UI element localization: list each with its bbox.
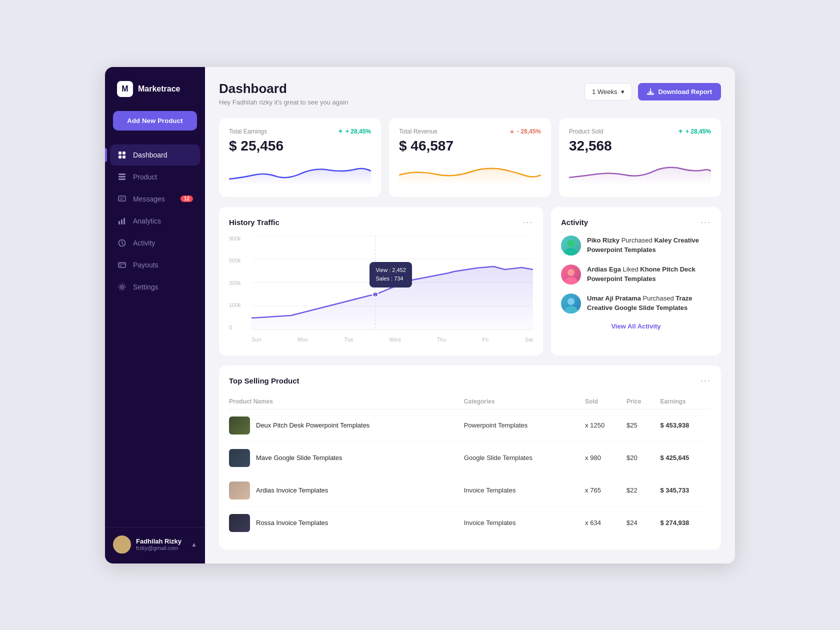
main-content: Dashboard Hey Fadhilah rizky it's great … xyxy=(205,67,735,564)
svg-point-29 xyxy=(564,306,578,314)
product-name: Rossa Invoice Templates xyxy=(256,519,328,526)
product-price: $25 xyxy=(620,409,654,442)
table-row: Ardias Invoice Templates Invoice Templat… xyxy=(229,474,711,506)
col-price: Price xyxy=(620,394,654,410)
stat-card-revenue: Total Revenue - 28,45% $ 46,587 xyxy=(389,118,551,197)
col-sold: Sold xyxy=(579,394,620,410)
chart-menu-button[interactable]: ··· xyxy=(522,217,533,228)
revenue-value: $ 46,587 xyxy=(399,138,541,154)
avatar xyxy=(561,236,581,256)
product-price: $22 xyxy=(620,474,654,506)
product-name: Ardias Invoice Templates xyxy=(256,486,328,494)
sidebar-nav: Dashboard Product xyxy=(105,144,205,523)
col-earnings: Earnings xyxy=(654,394,711,410)
svg-rect-6 xyxy=(118,178,126,180)
middle-section: History Traffic ··· 900k 500k 300k 100k … xyxy=(219,207,721,356)
table-row: Mave Google Slide Templates Google Slide… xyxy=(229,442,711,474)
week-filter-dropdown[interactable]: 1 Weeks ▾ xyxy=(584,83,632,100)
stat-card-sold: Product Sold + 28,45% 32,568 xyxy=(559,118,721,197)
chart-y-labels: 900k 500k 300k 100k 0 xyxy=(229,236,249,330)
earnings-value: $ 25,456 xyxy=(229,138,371,154)
user-info: Fadhilah Rizky frzky@gmail.com xyxy=(136,538,186,551)
product-price: $24 xyxy=(620,506,654,539)
product-table: Product Names Categories Sold Price Earn… xyxy=(229,394,711,540)
dashboard-label: Dashboard xyxy=(133,151,168,159)
activity-menu-button[interactable]: ··· xyxy=(700,217,711,228)
product-sold: x 1250 xyxy=(579,409,620,442)
analytics-label: Analytics xyxy=(133,217,161,225)
messages-icon xyxy=(117,194,127,204)
user-name: Fadhilah Rizky xyxy=(136,538,186,545)
svg-rect-7 xyxy=(118,196,126,201)
col-categories: Categories xyxy=(458,394,579,410)
table-row: Deux Pitch Desk Powerpoint Templates Pow… xyxy=(229,409,711,442)
sold-value: 32,568 xyxy=(569,138,711,154)
svg-point-14 xyxy=(121,286,124,288)
logo-icon: M xyxy=(117,81,133,97)
header-text: Dashboard Hey Fadhilah rizky it's great … xyxy=(219,81,348,106)
svg-point-15 xyxy=(118,539,126,546)
svg-point-24 xyxy=(568,240,574,247)
sidebar-item-messages[interactable]: Messages 12 xyxy=(110,188,200,210)
sidebar-item-analytics[interactable]: Analytics xyxy=(110,210,200,232)
add-product-button[interactable]: Add New Product xyxy=(113,111,197,130)
activity-item: Ardias Ega Liked Khone Pitch Deck Powerp… xyxy=(561,264,711,284)
product-earnings: $ 345,733 xyxy=(654,474,711,506)
svg-point-28 xyxy=(568,298,574,305)
svg-rect-5 xyxy=(118,176,126,178)
sold-change: + 28,45% xyxy=(678,128,711,135)
svg-rect-4 xyxy=(118,174,126,175)
revenue-change: - 28,45% xyxy=(510,128,541,135)
product-thumbnail xyxy=(229,449,250,467)
earnings-change: + 28,45% xyxy=(338,128,371,135)
page-subtitle: Hey Fadhilah rizky it's great to see you… xyxy=(219,98,348,106)
product-name: Deux Pitch Desk Powerpoint Templates xyxy=(256,422,370,429)
avatar xyxy=(561,264,581,284)
page-title: Dashboard xyxy=(219,81,348,96)
download-label: Download Report xyxy=(658,88,712,96)
sidebar-item-activity[interactable]: Activity xyxy=(110,232,200,254)
product-thumbnail xyxy=(229,482,250,500)
svg-rect-0 xyxy=(118,152,122,154)
user-email: frzky@gmail.com xyxy=(136,545,186,551)
sidebar-item-product[interactable]: Product xyxy=(110,166,200,188)
dashboard-icon xyxy=(117,150,127,160)
activity-title: Activity xyxy=(561,218,588,226)
chart-svg-wrap: View : 2,452 Sales : 734 xyxy=(252,236,533,330)
view-all-activity-button[interactable]: View All Activity xyxy=(561,322,711,330)
svg-point-16 xyxy=(116,546,128,554)
settings-icon xyxy=(117,282,127,292)
messages-badge: 12 xyxy=(180,196,193,202)
product-earnings: $ 274,938 xyxy=(654,506,711,539)
avatar xyxy=(561,294,581,314)
sidebar-item-dashboard[interactable]: Dashboard xyxy=(110,144,200,166)
product-name: Mave Google Slide Templates xyxy=(256,454,342,462)
product-category: Powerpoint Templates xyxy=(458,409,579,442)
table-header: Top Selling Product ··· xyxy=(229,376,711,386)
messages-label: Messages xyxy=(133,195,165,203)
svg-rect-12 xyxy=(118,262,126,268)
svg-rect-10 xyxy=(124,218,125,224)
page-header: Dashboard Hey Fadhilah rizky it's great … xyxy=(219,81,721,106)
activity-card: Activity ··· Piko Rizky Purchased Kaley … xyxy=(551,207,721,356)
sidebar-item-payouts[interactable]: Payouts xyxy=(110,254,200,276)
avatar xyxy=(113,536,131,554)
history-traffic-card: History Traffic ··· 900k 500k 300k 100k … xyxy=(219,207,543,356)
stat-card-earnings: Total Earnings + 28,45% $ 25,456 xyxy=(219,118,381,197)
download-report-button[interactable]: Download Report xyxy=(638,83,721,100)
activity-text-1: Piko Rizky Purchased Kaley Creative Powe… xyxy=(587,236,711,255)
product-name-cell: Deux Pitch Desk Powerpoint Templates xyxy=(229,409,458,442)
product-category: Google Slide Templates xyxy=(458,442,579,474)
chart-tooltip: View : 2,452 Sales : 734 xyxy=(370,262,412,288)
activity-label: Activity xyxy=(133,239,155,247)
svg-point-27 xyxy=(564,277,578,284)
product-name-cell: Ardias Invoice Templates xyxy=(229,474,458,506)
user-profile[interactable]: Fadhilah Rizky frzky@gmail.com ▲ xyxy=(113,536,197,554)
activity-header: Activity ··· xyxy=(561,217,711,228)
product-category: Invoice Templates xyxy=(458,474,579,506)
chart-header: History Traffic ··· xyxy=(229,217,533,228)
table-menu-button[interactable]: ··· xyxy=(700,376,711,386)
sidebar-item-settings[interactable]: Settings xyxy=(110,276,200,298)
settings-label: Settings xyxy=(133,283,158,291)
product-icon xyxy=(117,172,127,182)
